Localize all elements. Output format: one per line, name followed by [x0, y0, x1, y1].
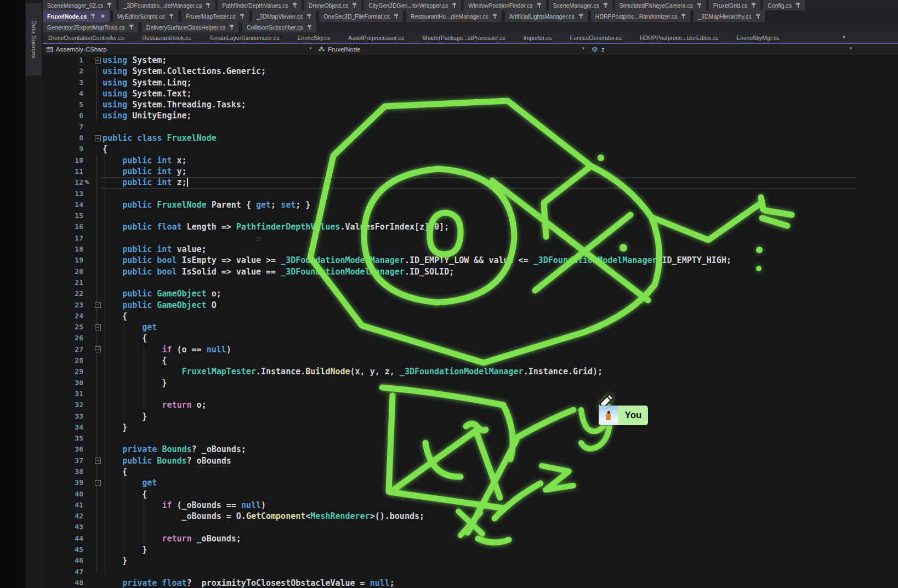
code-line-6[interactable]: 6using UnityEngine;	[43, 110, 898, 121]
code-line-23[interactable]: 23− public GameObject O	[43, 300, 898, 311]
code-line-4[interactable]: 4using System.Text;	[43, 88, 898, 99]
code-line-35[interactable]: 35	[43, 433, 898, 444]
code-line-1[interactable]: 1−using System;	[43, 55, 898, 66]
fold-collapse-icon[interactable]: −	[95, 135, 101, 141]
tab-collisionsubscriber-cs[interactable]: CollisionSubscriber.cs	[242, 22, 316, 32]
tab--3dmapviewer-cs[interactable]: _3DMapViewer.cs	[252, 10, 316, 22]
code-line-20[interactable]: 20 public bool IsSolid => value == _3DFo…	[43, 266, 898, 277]
pin-icon[interactable]	[352, 2, 357, 8]
tab-enviroskymgr-cs[interactable]: EnviroSkyMgr.cs	[731, 32, 785, 43]
code-line-30[interactable]: 30 }	[43, 378, 898, 389]
fold-collapse-icon[interactable]: −	[95, 324, 101, 330]
tab-fruxelgrid-cs[interactable]: FruxelGrid.cs	[709, 0, 760, 10]
tab-hdrppostproce-izereditor-cs[interactable]: HDRPPostproce...izerEditor.cs	[634, 32, 724, 43]
code-line-17[interactable]: 17	[43, 233, 898, 244]
breadcrumb-chevron-icon[interactable]: ▾	[849, 45, 852, 51]
code-line-14[interactable]: 14 public FruxelNode Parent { get; set; …	[43, 199, 898, 210]
pin-icon[interactable]	[229, 24, 234, 30]
code-line-32[interactable]: 32 return o;	[43, 399, 898, 410]
tab-droneorientationcontroller-cs[interactable]: DroneOrientationController.cs	[43, 32, 129, 43]
code-line-16[interactable]: 16 public float Length => PathfinderDept…	[43, 221, 898, 232]
tab-restauranthook-cs[interactable]: RestaurantHook.cs	[137, 32, 196, 43]
pin-icon[interactable]	[492, 13, 497, 19]
tab-restaurantho-plemanager-cs[interactable]: RestaurantHo...pleManager.cs	[406, 10, 502, 22]
tab-importer-cs[interactable]: Importer.cs	[518, 32, 558, 43]
code-line-26[interactable]: 26 {	[43, 333, 898, 344]
pin-icon[interactable]	[755, 13, 760, 19]
code-line-43[interactable]: 43	[43, 522, 898, 533]
code-line-5[interactable]: 5using System.Threading.Tasks;	[43, 99, 898, 110]
code-line-47[interactable]: 47	[43, 567, 898, 578]
breadcrumb-type[interactable]: FruxelNode	[318, 44, 360, 55]
code-line-11[interactable]: 11 public int y;	[43, 166, 898, 177]
code-line-44[interactable]: 44 return _oBounds;	[43, 533, 898, 544]
breadcrumb-member[interactable]: z	[591, 44, 605, 55]
pin-icon[interactable]	[306, 13, 311, 19]
pin-icon[interactable]	[537, 2, 542, 8]
tab-simulatedfisheyecamera-cs[interactable]: SimulatedFisheyeCamera.cs	[615, 0, 706, 10]
pin-icon[interactable]	[129, 24, 134, 30]
pin-icon[interactable]	[90, 13, 95, 19]
tab-scenemanager-cs[interactable]: SceneManager.cs	[549, 0, 612, 10]
fold-collapse-icon[interactable]: −	[95, 480, 101, 486]
tab-config-cs[interactable]: Config.cs	[763, 0, 805, 10]
pin-icon[interactable]	[240, 13, 245, 19]
code-line-22[interactable]: 22 public GameObject o;	[43, 288, 898, 299]
code-line-27[interactable]: 27− if (o == null)	[43, 344, 898, 355]
code-line-39[interactable]: 39− get	[43, 477, 898, 488]
tab-overflow-chevron-icon[interactable]: ▾	[843, 34, 845, 40]
tab-myeditorscripts-cs[interactable]: MyEditorScripts.cs	[113, 10, 178, 22]
code-line-15[interactable]: 15	[43, 210, 898, 221]
tab--3dmaphierarchy-cs[interactable]: _3DMapHierarchy.cs	[694, 10, 764, 22]
pin-icon[interactable]	[169, 13, 174, 19]
code-line-45[interactable]: 45 }	[43, 544, 898, 555]
code-line-31[interactable]: 31	[43, 389, 898, 399]
pin-icon[interactable]	[452, 2, 457, 8]
code-line-28[interactable]: 28 {	[43, 355, 898, 366]
code-editor[interactable]: 1−using System;2using System.Collections…	[43, 55, 898, 588]
tab-fruxelnode-cs[interactable]: FruxelNode.cs✕	[43, 10, 110, 22]
pin-icon[interactable]	[292, 2, 297, 8]
code-line-2[interactable]: 2using System.Collections.Generic;	[43, 66, 898, 77]
code-line-18[interactable]: 18 public int value;	[43, 244, 898, 255]
code-line-12[interactable]: 12✎ public int z;	[43, 177, 898, 188]
pin-icon[interactable]	[578, 13, 583, 19]
data-sources-vertical-tab[interactable]: Data Sources	[26, 3, 42, 76]
code-line-8[interactable]: 8−public class FruxelNode	[43, 133, 898, 144]
tab-pathfinderdepthvalues-cs[interactable]: PathfinderDepthValues.cs	[218, 0, 302, 10]
tab-windowpositionfinder-cs[interactable]: WindowPositionFinder.cs	[464, 0, 545, 10]
tab-shaderpackage-stprocessor-cs[interactable]: ShaderPackage...stProcessor.cs	[417, 32, 511, 43]
tab-hdrppostproc-randomizer-cs[interactable]: HDRPPostproc...Randomizer.cs	[591, 10, 690, 22]
tab-droneobject-cs[interactable]: DroneObject.cs	[304, 0, 361, 10]
code-line-34[interactable]: 34 }	[43, 422, 898, 433]
pin-icon[interactable]	[394, 13, 399, 19]
code-line-3[interactable]: 3using System.Linq;	[43, 77, 898, 88]
code-line-13[interactable]: 13	[43, 189, 898, 199]
code-line-19[interactable]: 19 public bool IsEmpty => value >= _3DFo…	[43, 255, 898, 266]
code-line-10[interactable]: 10 public int x;	[43, 155, 898, 166]
breadcrumb-chevron-icon[interactable]: ▾	[309, 45, 312, 51]
pin-icon[interactable]	[206, 2, 211, 8]
code-line-7[interactable]: 7	[43, 122, 898, 133]
tab-generator2exportmaptools-cs[interactable]: Generator2ExportMapTools.cs	[43, 22, 138, 32]
pin-icon[interactable]	[681, 13, 686, 19]
code-line-29[interactable]: 29 FruxelMapTester.Instance.BuildNode(x,…	[43, 366, 898, 377]
tab--3dfoundatio-delmanager-cs[interactable]: _3DFoundatio...delManager.cs	[119, 0, 215, 10]
pin-icon[interactable]	[107, 2, 112, 8]
code-line-37[interactable]: 37− public Bounds? oBounds	[43, 455, 898, 466]
code-line-48[interactable]: 48 private float? proximityToClosestObst…	[43, 578, 898, 588]
code-line-42[interactable]: 42 _oBounds = O.GetComponent<MeshRendere…	[43, 511, 898, 522]
tab-onesec3d-fileformat-cs[interactable]: OneSec3D_FileFormat.cs	[319, 10, 403, 22]
tab-deliverysurfaceclasshelper-cs[interactable]: DeliverySurfaceClassHelper.cs	[142, 22, 238, 32]
code-line-40[interactable]: 40 {	[43, 489, 898, 500]
code-line-24[interactable]: 24 {	[43, 311, 898, 322]
code-line-25[interactable]: 25− get	[43, 322, 898, 333]
tab-scenemanager-02-cs[interactable]: SceneManager_02.cs	[43, 0, 116, 10]
code-line-36[interactable]: 36 private Bounds? _oBounds;	[43, 444, 898, 455]
code-line-41[interactable]: 41 if (_oBounds == null)	[43, 500, 898, 511]
pin-icon[interactable]	[751, 2, 756, 8]
breadcrumb-chevron-icon[interactable]: ▾	[582, 45, 585, 51]
tab-envirosky-cs[interactable]: EnviroSky.cs	[292, 32, 336, 43]
code-line-21[interactable]: 21	[43, 277, 898, 288]
breadcrumb-project[interactable]: Assembly-CSharp	[46, 44, 107, 55]
